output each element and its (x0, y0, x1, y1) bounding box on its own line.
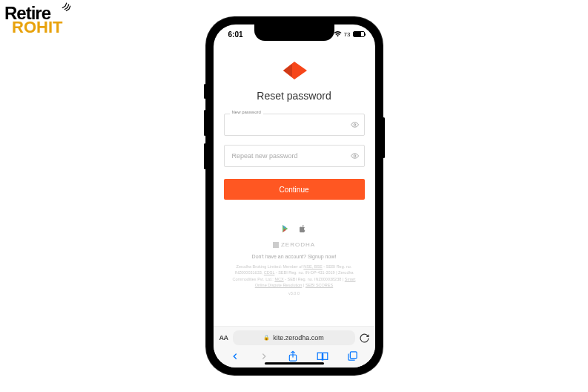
zerodha-brand-icon (273, 242, 279, 248)
home-indicator (265, 362, 324, 365)
app-store-row (283, 225, 305, 234)
continue-button[interactable]: Continue (224, 179, 365, 200)
apple-store-icon[interactable] (300, 225, 305, 234)
bookmarks-button[interactable] (317, 351, 328, 362)
legal-footer: Zerodha Broking Limited: Member of NSE, … (224, 264, 365, 288)
svg-point-5 (354, 155, 356, 157)
battery-icon (353, 31, 365, 37)
show-repeat-password-icon[interactable] (351, 152, 359, 160)
status-time: 6:01 (228, 30, 243, 39)
play-store-icon[interactable] (283, 225, 289, 234)
app-version-label: v3.0.0 (288, 291, 300, 295)
battery-percentage: 73 (344, 31, 351, 38)
signup-link[interactable]: Signup now! (308, 254, 337, 259)
svg-point-4 (354, 124, 356, 126)
cdsl-link[interactable]: CDSL (264, 270, 274, 275)
kite-logo-icon (282, 62, 307, 79)
address-bar[interactable]: 🔒 kite.zerodha.com (233, 330, 355, 345)
reload-button[interactable] (360, 333, 369, 343)
text-size-button[interactable]: AA (219, 334, 228, 342)
lock-icon: 🔒 (263, 335, 270, 341)
page-title: Reset password (257, 90, 331, 102)
signup-prompt: Don't have an account? Signup now! (252, 254, 337, 259)
site-watermark-logo: Retire⟩⟩⟩ ROHIT (4, 6, 62, 35)
url-domain: kite.zerodha.com (273, 334, 324, 342)
zerodha-brand-label: ZERODHA (273, 241, 315, 248)
page-content: Reset password New password Continue (214, 44, 375, 326)
phone-frame: 6:01 73 Reset password New password (206, 17, 383, 375)
phone-screen: 6:01 73 Reset password New password (214, 24, 375, 368)
repeat-password-field-wrap (224, 145, 365, 167)
wifi-icon (334, 31, 342, 37)
new-password-field-wrap: New password (224, 114, 365, 136)
show-password-icon[interactable] (351, 121, 359, 129)
svg-rect-6 (273, 242, 279, 248)
new-password-label: New password (230, 110, 263, 114)
forward-button[interactable] (259, 351, 269, 362)
repeat-password-input[interactable] (224, 145, 365, 167)
nse-bse-link[interactable]: NSE, BSE (303, 264, 322, 269)
svg-rect-8 (350, 352, 357, 359)
sebi-scores-link[interactable]: SEBI SCORES (305, 283, 333, 287)
mcx-link[interactable]: MCX (274, 277, 283, 281)
new-password-input[interactable] (224, 114, 365, 136)
tabs-button[interactable] (347, 350, 358, 362)
phone-notch (254, 24, 334, 41)
back-button[interactable] (230, 351, 240, 362)
share-button[interactable] (288, 350, 298, 362)
safari-browser-bar: AA 🔒 kite.zerodha.com (214, 326, 375, 368)
